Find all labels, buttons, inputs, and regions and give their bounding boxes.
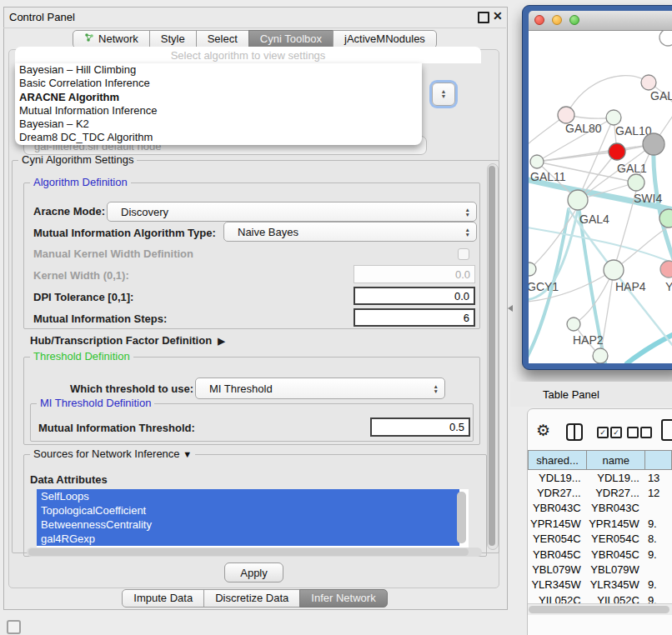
hub-definition-toggle[interactable]: Hub/Transcription Factor Definition▶	[30, 334, 225, 347]
table-cell[interactable]: YBR045C	[587, 547, 645, 562]
table-row[interactable]: YDR27...YDR27...12	[529, 485, 672, 500]
network-node[interactable]	[606, 110, 621, 125]
network-node[interactable]	[660, 261, 672, 278]
attribute-item[interactable]: TopologicalCoefficient	[37, 503, 459, 518]
network-node[interactable]	[628, 174, 644, 191]
table-cell[interactable]: 8.	[645, 532, 672, 547]
table-cell[interactable]: YER054C	[587, 532, 645, 547]
table-cell[interactable]: YLR345W	[529, 578, 587, 592]
columns-icon[interactable]	[566, 423, 583, 441]
table-cell[interactable]: 9.	[645, 516, 672, 531]
table-row[interactable]: YLR345WYLR345W9.	[529, 578, 672, 592]
table-cell[interactable]: YPR145W	[587, 516, 645, 531]
algorithm-option[interactable]: Bayesian – K2	[15, 118, 422, 131]
checkbox-unchecked-icon[interactable]	[627, 427, 639, 438]
gear-icon[interactable]: ⚙	[536, 421, 550, 440]
data-attributes-list[interactable]: SelfLoops TopologicalCoefficient Between…	[37, 489, 469, 548]
table-row[interactable]: YBR043CYBR043C	[529, 501, 672, 516]
tab-discretize-data[interactable]: Discretize Data	[203, 589, 300, 608]
network-node[interactable]	[593, 348, 608, 363]
table-cell[interactable]: 9.	[645, 578, 672, 592]
mi-threshold-input[interactable]	[370, 418, 470, 437]
panel-splitter-handle[interactable]	[508, 305, 513, 312]
close-window-icon[interactable]	[534, 15, 544, 25]
checkbox-checked-icon[interactable]: ✓	[597, 427, 609, 438]
apply-button[interactable]: Apply	[224, 562, 283, 582]
tab-cyni-toolbox[interactable]: Cyni Toolbox	[248, 30, 333, 48]
table-row[interactable]: YPR145WYPR145W9.	[529, 516, 672, 531]
tab-jactivemnodules[interactable]: jActiveMNodules	[333, 30, 437, 48]
settings-vertical-scrollbar[interactable]	[487, 163, 499, 550]
table-row[interactable]: YDL19...YDL19...13	[529, 470, 672, 486]
kernel-width-input[interactable]	[354, 265, 475, 283]
mi-steps-input[interactable]	[354, 308, 475, 327]
network-edge[interactable]	[529, 209, 576, 269]
table-cell[interactable]: YDR27...	[587, 485, 645, 500]
checkbox-checked-icon[interactable]: ✓	[610, 427, 622, 438]
table-cell[interactable]: YER054C	[529, 532, 587, 547]
table-cell[interactable]: YDL19...	[529, 470, 587, 486]
table-cell[interactable]: YBL079W	[587, 562, 645, 577]
tab-impute-data[interactable]: Impute Data	[122, 589, 204, 608]
table-horizontal-scrollbar[interactable]	[528, 603, 672, 615]
table-cell[interactable]: YPR145W	[529, 516, 587, 531]
float-panel-icon[interactable]	[478, 12, 489, 23]
table-cell[interactable]: 13	[645, 470, 672, 486]
table-cell[interactable]: 12	[645, 485, 672, 500]
table-row[interactable]: YBL079WYBL079W	[529, 562, 672, 577]
table-row[interactable]: YER054CYER054C8.	[529, 532, 672, 547]
minimize-window-icon[interactable]	[552, 15, 562, 25]
algorithm-option-highlighted[interactable]: ARACNE Algorithm	[15, 91, 422, 104]
algorithm-option[interactable]: Dream8 DC_TDC Algorithm	[15, 131, 422, 144]
algorithm-option[interactable]: Mutual Information Inference	[15, 104, 422, 118]
which-threshold-select[interactable]: MI Threshold ▲▼	[195, 378, 445, 399]
mi-algorithm-type-select[interactable]: Naive Bayes ▲▼	[223, 222, 477, 242]
network-edge[interactable]	[627, 329, 672, 363]
algorithm-option[interactable]: Bayesian – Hill Climbing	[15, 63, 422, 77]
algorithm-select-combobox[interactable]: Select algorithm to view settings	[15, 47, 481, 63]
list-horizontal-scrollbar[interactable]	[27, 548, 482, 557]
column-header[interactable]: shared...	[529, 451, 587, 470]
table-cell[interactable]: YBR043C	[587, 501, 645, 516]
restore-panel-icon[interactable]	[7, 620, 21, 634]
table-cell[interactable]: 9.	[645, 547, 672, 562]
algorithm-option[interactable]: Basic Correlation Inference	[15, 77, 422, 90]
network-node[interactable]	[604, 260, 624, 280]
network-node[interactable]	[641, 75, 656, 90]
network-view-window[interactable]: GALGAL80GAL10GAL1GAL11SWI4GAL4GCY1HAP4YH…	[522, 5, 672, 370]
new-table-icon[interactable]	[661, 419, 672, 441]
manual-kernel-width-checkbox[interactable]	[458, 248, 469, 260]
sources-title-toggle[interactable]: Sources for Network Inference ▼	[30, 448, 195, 460]
attribute-item[interactable]: BetweennessCentrality	[37, 518, 459, 532]
table-cell[interactable]: YBR043C	[529, 501, 587, 516]
network-node[interactable]	[568, 190, 588, 210]
network-node[interactable]	[567, 318, 580, 331]
tab-style[interactable]: Style	[149, 30, 197, 48]
table-cell[interactable]	[645, 501, 672, 516]
table-cell[interactable]	[645, 562, 672, 577]
dpi-tolerance-input[interactable]	[354, 287, 475, 305]
column-header[interactable]	[645, 451, 672, 470]
attribute-item[interactable]: SelfLoops	[37, 489, 459, 503]
network-node[interactable]	[643, 133, 664, 155]
network-node[interactable]	[558, 107, 574, 123]
list-vertical-scrollbar[interactable]	[457, 492, 466, 543]
tab-select[interactable]: Select	[196, 30, 249, 48]
table-cell[interactable]: YDR27...	[529, 485, 587, 500]
network-window-titlebar[interactable]	[529, 11, 672, 31]
table-cell[interactable]: YDL19...	[587, 470, 645, 486]
table-cell[interactable]: YLR345W	[587, 578, 645, 592]
attribute-item[interactable]: gal4RGexp	[37, 532, 459, 546]
network-edge[interactable]	[566, 76, 649, 115]
network-canvas[interactable]: GALGAL80GAL10GAL1GAL11SWI4GAL4GCY1HAP4YH…	[529, 31, 672, 363]
network-edge[interactable]	[614, 191, 636, 270]
tab-infer-network[interactable]: Infer Network	[299, 589, 387, 608]
network-node[interactable]	[659, 31, 672, 46]
column-header[interactable]: name	[587, 451, 645, 470]
zoom-window-icon[interactable]	[569, 15, 579, 25]
checkbox-unchecked-icon[interactable]	[640, 427, 652, 438]
table-cell[interactable]: YBR045C	[529, 547, 587, 562]
table-cell[interactable]: YBL079W	[529, 562, 587, 577]
network-node[interactable]	[530, 155, 544, 168]
focused-combo-stepper[interactable]: ▲▼	[432, 82, 455, 106]
